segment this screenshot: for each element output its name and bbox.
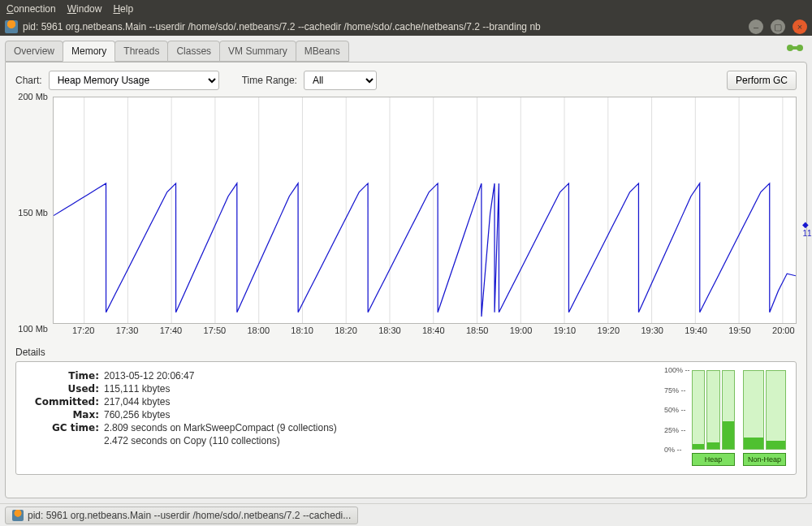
x-tick: 19:00: [510, 326, 533, 335]
gctime-line2: 2.472 seconds on Copy (110 collections): [104, 435, 280, 446]
series-legend: ◆ Used 117,874,320: [802, 220, 812, 238]
x-tick: 17:40: [160, 326, 183, 335]
minimize-button[interactable]: –: [749, 19, 763, 34]
chart-zone: 200 Mb 150 Mb 100 Mb ◆ Used 117,874,320 …: [15, 97, 797, 340]
toolbar: Chart: Heap Memory Usage Time Range: All…: [15, 71, 797, 90]
x-tick: 17:30: [116, 326, 139, 335]
tab-overview[interactable]: Overview: [5, 41, 63, 62]
x-tick: 17:50: [204, 326, 227, 335]
maximize-button[interactable]: ▢: [771, 19, 785, 34]
tab-mbeans[interactable]: MBeans: [296, 41, 349, 62]
heap-legend[interactable]: Heap: [692, 453, 735, 466]
details-table: Time:2013-05-12 20:06:47 Used:115,111 kb…: [26, 370, 648, 466]
time-range-select[interactable]: All: [304, 71, 377, 90]
x-tick: 18:30: [378, 326, 401, 335]
svg-rect-2: [790, 46, 800, 50]
chart-select[interactable]: Heap Memory Usage: [49, 71, 219, 90]
tab-memory[interactable]: Memory: [63, 41, 115, 62]
committed-value: 217,044 kbytes: [104, 396, 170, 407]
chart-label: Chart:: [15, 75, 42, 86]
java-icon: [5, 20, 18, 33]
y-axis: 200 Mb 150 Mb 100 Mb: [15, 97, 53, 340]
connection-status-icon: [786, 41, 804, 54]
tab-threads[interactable]: Threads: [114, 41, 168, 62]
menu-help[interactable]: Help: [113, 3, 133, 15]
x-tick: 19:30: [641, 326, 663, 335]
details-box: Time:2013-05-12 20:06:47 Used:115,111 kb…: [15, 361, 797, 475]
details-header: Details: [15, 347, 797, 358]
x-tick: 19:40: [685, 326, 707, 335]
x-tick: 19:50: [728, 326, 751, 335]
menu-connection[interactable]: CConnectiononnection: [6, 3, 56, 15]
taskbar: pid: 5961 org.netbeans.Main --userdir /h…: [0, 503, 812, 526]
time-value: 2013-05-12 20:06:47: [104, 370, 194, 382]
x-tick: 19:20: [598, 326, 620, 335]
gctime-label: GC time:: [26, 422, 99, 433]
y-tick: 100 Mb: [18, 324, 48, 334]
x-tick: 18:00: [247, 326, 270, 335]
taskbar-button[interactable]: pid: 5961 org.netbeans.Main --userdir /h…: [5, 507, 358, 524]
time-label: Time:: [26, 370, 99, 382]
mini-charts: 0% --25% --50% --75% --100% -- Heap Non-…: [664, 370, 786, 466]
menubar: CConnectiononnection Window Help: [0, 0, 812, 18]
gctime-line1: 2.809 seconds on MarkSweepCompact (9 col…: [104, 422, 337, 433]
taskbar-text: pid: 5961 org.netbeans.Main --userdir /h…: [28, 510, 351, 521]
used-value: 115,111 kbytes: [104, 383, 170, 394]
perform-gc-button[interactable]: Perform GC: [727, 71, 797, 90]
nonheap-legend[interactable]: Non-Heap: [743, 453, 786, 466]
menu-window[interactable]: Window: [67, 3, 102, 15]
max-label: Max:: [26, 409, 99, 420]
close-button[interactable]: ×: [793, 19, 807, 34]
x-tick: 18:10: [291, 326, 313, 335]
x-tick: 19:10: [554, 326, 577, 335]
titlebar: pid: 5961 org.netbeans.Main --userdir /h…: [0, 18, 812, 36]
x-axis: 17:2017:3017:4017:5018:0018:1018:2018:30…: [53, 324, 797, 338]
plot-wrap: ◆ Used 117,874,320 17:2017:3017:4017:501…: [53, 97, 797, 340]
x-tick: 18:20: [335, 326, 357, 335]
max-value: 760,256 kbytes: [104, 409, 170, 420]
used-label: Used:: [26, 383, 99, 394]
memory-panel: Chart: Heap Memory Usage Time Range: All…: [5, 62, 807, 498]
x-tick: 17:20: [72, 326, 95, 335]
plot[interactable]: ◆ Used 117,874,320: [53, 97, 797, 324]
main-content: Overview Memory Threads Classes VM Summa…: [0, 36, 812, 503]
tab-vmsummary[interactable]: VM Summary: [219, 41, 296, 62]
y-tick: 200 Mb: [18, 92, 48, 101]
committed-label: Committed:: [26, 396, 99, 407]
time-range-label: Time Range:: [242, 75, 297, 86]
x-tick: 20:00: [772, 326, 795, 335]
x-tick: 18:40: [422, 326, 445, 335]
y-tick: 150 Mb: [18, 208, 48, 218]
x-tick: 18:50: [466, 326, 489, 335]
java-icon: [12, 510, 24, 521]
mini-chart[interactable]: 0% --25% --50% --75% --100% --: [664, 370, 786, 450]
tabbar: Overview Memory Threads Classes VM Summa…: [5, 39, 807, 62]
title-text: pid: 5961 org.netbeans.Main --userdir /h…: [23, 21, 741, 32]
tab-classes[interactable]: Classes: [167, 41, 220, 62]
